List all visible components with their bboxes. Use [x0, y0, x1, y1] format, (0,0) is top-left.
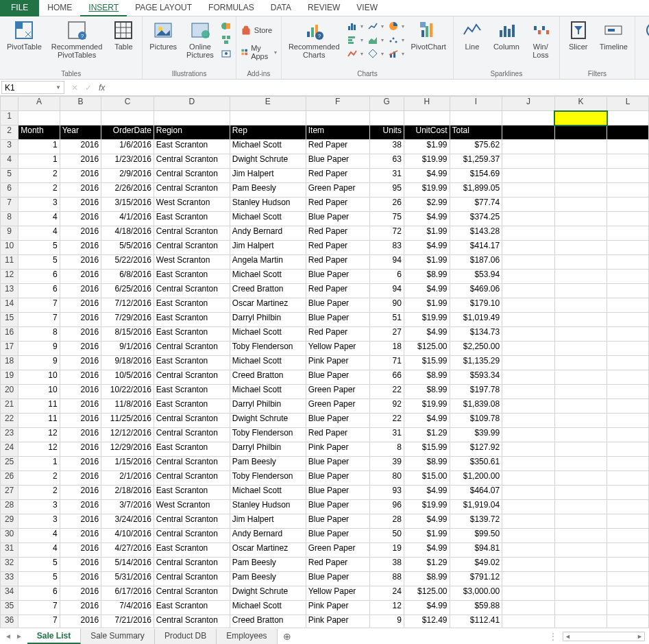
- cell[interactable]: 9/18/2016: [101, 356, 154, 370]
- cell[interactable]: Central Scranton: [154, 169, 230, 183]
- cell[interactable]: [554, 500, 607, 514]
- hyperlink-button[interactable]: Hy: [639, 18, 649, 52]
- cell[interactable]: 12/12/2016: [101, 428, 154, 442]
- cell[interactable]: Jim Halpert: [230, 514, 306, 529]
- row-header[interactable]: 14: [1, 298, 19, 313]
- cell[interactable]: Central Scranton: [154, 154, 230, 169]
- sheet-tab[interactable]: Product DB: [155, 629, 217, 644]
- cell[interactable]: [502, 284, 555, 298]
- cell[interactable]: Total: [450, 126, 502, 140]
- column-chart-button[interactable]: ▾: [347, 21, 363, 32]
- cell[interactable]: Blue Paper: [306, 529, 369, 543]
- cell[interactable]: 8/15/2016: [101, 327, 154, 342]
- cell[interactable]: $143.28: [450, 226, 502, 241]
- cell[interactable]: 71: [369, 356, 404, 370]
- cell[interactable]: [554, 529, 607, 543]
- tab-review[interactable]: REVIEW: [299, 0, 348, 16]
- cell[interactable]: [554, 183, 607, 198]
- cell[interactable]: 19: [369, 543, 404, 558]
- cell[interactable]: $8.99: [404, 385, 450, 399]
- cell[interactable]: Stanley Hudson: [230, 198, 306, 212]
- cell[interactable]: Central Scranton: [154, 471, 230, 486]
- cell[interactable]: Michael Scott: [230, 140, 306, 154]
- pie-chart-button[interactable]: ▾: [388, 21, 404, 32]
- cell[interactable]: [607, 586, 649, 601]
- cell[interactable]: 2016: [60, 615, 101, 628]
- cell[interactable]: 4/27/2016: [101, 543, 154, 558]
- cell[interactable]: Blue Paper: [306, 514, 369, 529]
- cell[interactable]: [607, 399, 649, 414]
- cell[interactable]: 39: [369, 457, 404, 471]
- area-chart-button[interactable]: ▾: [367, 34, 384, 45]
- cell[interactable]: $1.29: [404, 558, 450, 572]
- cell[interactable]: [607, 529, 649, 543]
- cell[interactable]: [607, 154, 649, 169]
- cell[interactable]: 63: [369, 154, 404, 169]
- cell[interactable]: [502, 457, 555, 471]
- cell[interactable]: Red Paper: [306, 558, 369, 572]
- cell[interactable]: 6: [19, 284, 60, 298]
- cell[interactable]: $187.06: [450, 255, 502, 270]
- cell[interactable]: $1,259.37: [450, 154, 502, 169]
- cell[interactable]: 3/15/2016: [101, 198, 154, 212]
- cell[interactable]: Pink Paper: [306, 356, 369, 370]
- cell[interactable]: Central Scranton: [154, 226, 230, 241]
- cell[interactable]: [554, 298, 607, 313]
- row-header[interactable]: 6: [1, 183, 19, 198]
- cell[interactable]: Dwight Schrute: [230, 586, 306, 601]
- cell[interactable]: Central Scranton: [154, 370, 230, 385]
- cell[interactable]: Green Paper: [306, 543, 369, 558]
- cell[interactable]: [554, 442, 607, 457]
- column-header[interactable]: L: [607, 97, 649, 111]
- cell[interactable]: [554, 399, 607, 414]
- cell[interactable]: $8.99: [404, 270, 450, 284]
- sheet-tab[interactable]: Employees: [217, 629, 277, 644]
- cell[interactable]: Central Scranton: [154, 558, 230, 572]
- cell[interactable]: 93: [369, 486, 404, 500]
- cell[interactable]: 94: [369, 284, 404, 298]
- cell[interactable]: $8.99: [404, 370, 450, 385]
- cell[interactable]: [607, 457, 649, 471]
- timeline-button[interactable]: Timeline: [597, 18, 630, 52]
- cell[interactable]: Central Scranton: [154, 241, 230, 255]
- line-chart-button[interactable]: ▾: [367, 21, 384, 32]
- cell[interactable]: [306, 111, 369, 126]
- cell[interactable]: 6: [19, 270, 60, 284]
- cell[interactable]: 50: [369, 529, 404, 543]
- cell[interactable]: East Scranton: [154, 385, 230, 399]
- cell[interactable]: [502, 198, 555, 212]
- cell[interactable]: 2016: [60, 385, 101, 399]
- cell[interactable]: 88: [369, 572, 404, 586]
- cell[interactable]: Yellow Paper: [306, 586, 369, 601]
- cell[interactable]: Green Paper: [306, 385, 369, 399]
- cell[interactable]: [502, 414, 555, 428]
- cell[interactable]: 4: [19, 529, 60, 543]
- cell[interactable]: $53.94: [450, 270, 502, 284]
- row-header[interactable]: 23: [1, 428, 19, 442]
- row-header[interactable]: 24: [1, 442, 19, 457]
- cell[interactable]: East Scranton: [154, 399, 230, 414]
- cell[interactable]: [502, 111, 555, 126]
- cell[interactable]: Central Scranton: [154, 284, 230, 298]
- cell[interactable]: $8.99: [404, 457, 450, 471]
- cell[interactable]: UnitCost: [404, 126, 450, 140]
- cell[interactable]: Central Scranton: [154, 586, 230, 601]
- cell[interactable]: 11: [19, 414, 60, 428]
- cell[interactable]: [502, 356, 555, 370]
- row-header[interactable]: 32: [1, 558, 19, 572]
- cell[interactable]: [607, 471, 649, 486]
- cell[interactable]: 8: [19, 327, 60, 342]
- cell[interactable]: [607, 500, 649, 514]
- cell[interactable]: 3: [19, 500, 60, 514]
- cell[interactable]: 3/7/2016: [101, 500, 154, 514]
- cell[interactable]: [554, 356, 607, 370]
- cell[interactable]: 75: [369, 212, 404, 226]
- cell[interactable]: Angela Martin: [230, 255, 306, 270]
- cell[interactable]: 2: [19, 471, 60, 486]
- cell[interactable]: $791.12: [450, 572, 502, 586]
- cell[interactable]: [554, 154, 607, 169]
- cell[interactable]: [607, 601, 649, 615]
- screenshot-button[interactable]: [221, 48, 232, 59]
- row-header[interactable]: 4: [1, 154, 19, 169]
- cell[interactable]: 4/18/2016: [101, 226, 154, 241]
